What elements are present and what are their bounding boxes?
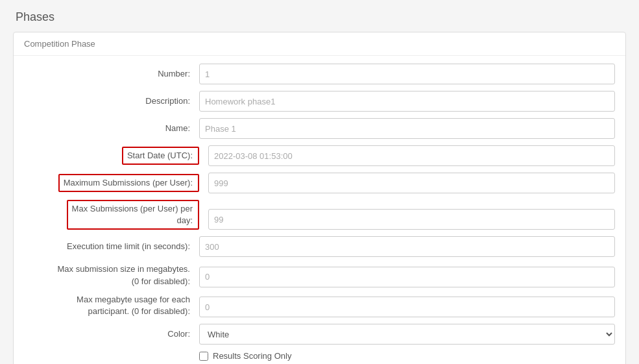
input-max-megabyte-usage[interactable] (199, 297, 615, 317)
input-max-submissions-day[interactable] (208, 209, 615, 230)
field-row-start-date: Start Date (UTC): (24, 145, 615, 166)
label-max-submissions-day: Max Submissions (per User) perday: (67, 200, 199, 230)
input-max-submissions[interactable] (208, 173, 615, 193)
field-row-color: Color: White Red Green Blue Orange Yello… (24, 324, 615, 345)
checkbox-results-scoring-only[interactable] (199, 352, 208, 361)
field-row-execution-time: Execution time limit (in seconds): (24, 236, 615, 257)
page-wrapper: Phases Competition Phase Number: Descrip… (0, 0, 639, 364)
section-title: Phases (13, 10, 626, 24)
label-max-submissions-day-wrap: Max Submissions (per User) perday: (24, 200, 199, 230)
input-name[interactable] (199, 118, 615, 139)
label-max-submissions-wrap: Maximum Submissions (per User): (24, 174, 199, 192)
label-execution-time: Execution time limit (in seconds): (24, 241, 199, 252)
field-row-description: Description: (24, 91, 615, 112)
field-row-max-submissions-day: Max Submissions (per User) perday: (24, 200, 615, 230)
field-row-max-submissions: Maximum Submissions (per User): (24, 173, 615, 193)
label-name: Name: (24, 123, 199, 134)
field-row-max-megabyte-usage: Max megabyte usage for eachparticipant. … (24, 294, 615, 317)
field-row-number: Number: (24, 64, 615, 84)
input-number[interactable] (199, 64, 615, 84)
phase-card-header: Competition Phase (14, 32, 625, 56)
label-description: Description: (24, 95, 199, 107)
input-max-submission-size[interactable] (199, 267, 615, 287)
field-row-max-submission-size: Max submission size in megabytes.(0 for … (24, 263, 615, 287)
checkbox-row-results-scoring: Results Scoring Only (24, 351, 615, 361)
label-max-submissions: Maximum Submissions (per User): (58, 174, 199, 192)
input-description[interactable] (199, 91, 615, 112)
input-start-date[interactable] (208, 145, 615, 166)
form-body: Number: Description: Name: Start Date (U… (14, 56, 625, 364)
field-row-name: Name: (24, 118, 615, 139)
label-start-date: Start Date (UTC): (122, 147, 199, 165)
label-color: Color: (24, 328, 199, 340)
phase-card: Competition Phase Number: Description: N… (13, 32, 626, 364)
label-start-date-wrap: Start Date (UTC): (24, 147, 199, 165)
label-number: Number: (24, 68, 199, 80)
label-max-submission-size: Max submission size in megabytes.(0 for … (24, 263, 199, 287)
input-execution-time[interactable] (199, 236, 615, 257)
label-results-scoring-only: Results Scoring Only (213, 351, 291, 361)
label-max-megabyte-usage: Max megabyte usage for eachparticipant. … (24, 294, 199, 317)
select-color[interactable]: White Red Green Blue Orange Yellow Purpl… (199, 324, 615, 345)
